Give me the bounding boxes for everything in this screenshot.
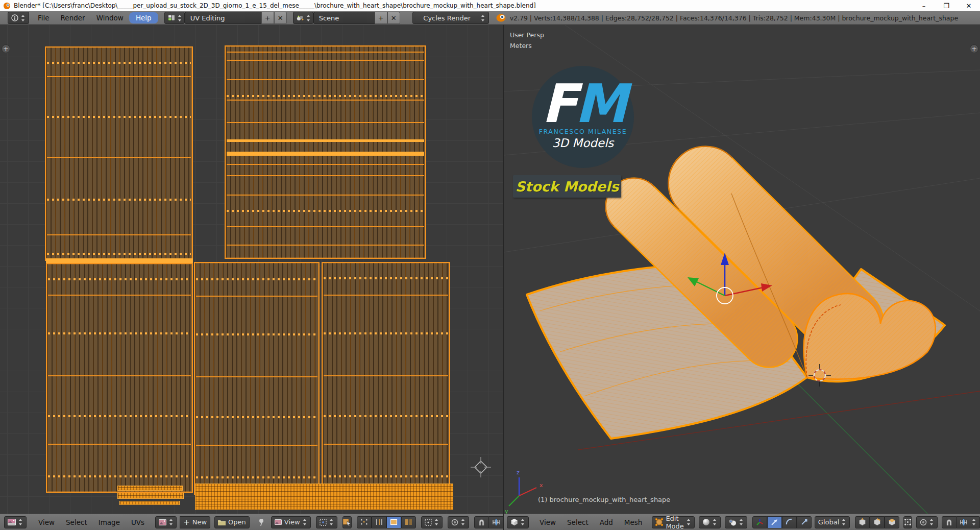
limit-selection-visible-toggle[interactable] xyxy=(903,516,912,528)
screen-layout-icon-button[interactable] xyxy=(164,12,185,24)
uv-select-mode-vertex[interactable] xyxy=(357,516,372,528)
manipulator-axis-button[interactable] xyxy=(752,516,767,528)
uv-island[interactable] xyxy=(45,46,193,261)
layout-name-field[interactable]: UV Editing xyxy=(185,12,261,24)
chevron-updown-icon xyxy=(713,519,717,525)
svg-text:z: z xyxy=(517,469,520,476)
editor-type-select[interactable] xyxy=(4,516,27,528)
new-image-button[interactable]: + New xyxy=(180,516,210,528)
uv-menu-select[interactable]: Select xyxy=(60,516,93,528)
uv-edge-line xyxy=(48,295,191,296)
scene-name-field[interactable]: Scene xyxy=(313,12,375,24)
uv-editor-canvas[interactable]: + xyxy=(0,25,503,514)
add-layout-button[interactable]: + xyxy=(261,12,274,24)
pivot-center-select[interactable] xyxy=(316,516,337,528)
minimize-button[interactable]: – xyxy=(913,0,935,11)
uv-menu-view[interactable]: View xyxy=(33,516,60,528)
chevron-updown-icon xyxy=(178,15,182,21)
proportional-edit-icon xyxy=(920,519,927,526)
uv-menu-image[interactable]: Image xyxy=(93,516,126,528)
uv-edge-line xyxy=(196,376,317,377)
open-image-button[interactable]: Open xyxy=(214,516,250,528)
uv-selected-dot-row xyxy=(196,476,317,478)
uv-island[interactable] xyxy=(194,262,320,495)
uv-editor-pane: + View Select Image UVs xyxy=(0,25,503,530)
snap-element-select[interactable] xyxy=(957,516,980,528)
uv-selected-dot-row xyxy=(47,116,191,118)
v3d-menu-select[interactable]: Select xyxy=(561,516,594,528)
uv-edge-line xyxy=(227,226,424,227)
viewport-3d-canvas[interactable]: z y x User Persp Meters FM FRANCESCO MIL… xyxy=(504,25,980,514)
active-object-info: (1) brochure_mockup_with_heart_shape xyxy=(538,496,670,503)
manipulator-translate-button[interactable] xyxy=(767,516,782,528)
remove-layout-button[interactable]: ✕ xyxy=(274,12,287,24)
sticky-selection-select[interactable] xyxy=(421,516,443,528)
restore-button[interactable]: ❐ xyxy=(935,0,958,11)
region-expand-button[interactable]: + xyxy=(970,44,978,53)
uv-island[interactable] xyxy=(225,45,426,259)
pin-icon[interactable] xyxy=(258,518,265,526)
uv-island-strip[interactable] xyxy=(195,484,453,510)
uv-edge-line xyxy=(47,234,191,235)
region-expand-button[interactable]: + xyxy=(2,44,10,53)
chevron-updown-icon xyxy=(842,519,846,525)
image-icon xyxy=(159,519,166,525)
sticky-select-icon xyxy=(425,519,432,526)
render-engine-select[interactable]: Cycles Render xyxy=(412,12,489,24)
menu-file[interactable]: File xyxy=(32,12,55,24)
pivot-point-select[interactable] xyxy=(725,516,747,528)
transform-orientation-select[interactable]: Global xyxy=(815,516,850,528)
title-bar: Blender* [C:\Users\franc\Desktop\_____pe… xyxy=(0,0,980,12)
editor-type-info-button[interactable] xyxy=(8,12,29,24)
add-scene-button[interactable]: + xyxy=(375,12,387,24)
logo-letter-f: F xyxy=(542,73,575,135)
uv-selected-dot-row xyxy=(196,416,317,418)
proportional-edit-select[interactable] xyxy=(916,516,938,528)
chevron-updown-icon xyxy=(169,519,174,525)
chevron-updown-icon xyxy=(521,519,525,525)
select-mode-vertex-cube[interactable] xyxy=(855,516,870,528)
uv-selected-dot-row xyxy=(47,62,191,64)
select-mode-edge-cube[interactable] xyxy=(870,516,885,528)
uv-select-mode-island[interactable] xyxy=(401,516,416,528)
mode-select[interactable]: Edit Mode xyxy=(652,516,694,528)
uv-island[interactable] xyxy=(322,262,450,493)
v3d-menu-view[interactable]: View xyxy=(534,516,561,528)
snap-toggle[interactable] xyxy=(942,516,957,528)
image-datablock-select[interactable] xyxy=(155,516,177,528)
svg-text:y: y xyxy=(505,508,508,514)
logo-name: FRANCESCO MILANESE xyxy=(539,128,627,135)
viewport-shading-select[interactable] xyxy=(699,516,721,528)
uv-select-mode-edge[interactable] xyxy=(372,516,386,528)
manipulator-scale-button[interactable] xyxy=(797,516,812,528)
v3d-menu-mesh[interactable]: Mesh xyxy=(619,516,648,528)
menu-window[interactable]: Window xyxy=(91,12,129,24)
uv-selected-dot-row xyxy=(196,333,317,335)
menu-render[interactable]: Render xyxy=(55,12,91,24)
uv-edge-line xyxy=(324,295,448,296)
chevron-updown-icon xyxy=(461,519,465,525)
menu-help[interactable]: Help xyxy=(129,12,158,23)
uv-menu-uvs[interactable]: UVs xyxy=(126,516,150,528)
close-button[interactable]: ✕ xyxy=(958,0,980,11)
uv-island[interactable] xyxy=(46,263,193,493)
screen-layout-icon xyxy=(168,15,175,21)
chevron-updown-icon xyxy=(18,519,23,525)
uv-island-small-strips[interactable] xyxy=(117,485,185,508)
uv-sync-selection-toggle[interactable] xyxy=(342,516,352,528)
v3d-menu-add[interactable]: Add xyxy=(594,516,619,528)
scene-icon-button[interactable] xyxy=(293,12,313,24)
svg-text:x: x xyxy=(540,482,543,489)
editor-type-select[interactable] xyxy=(507,516,529,528)
units-label: Meters xyxy=(510,42,532,50)
window-title: Blender* [C:\Users\franc\Desktop\_____pe… xyxy=(14,2,536,9)
manipulator-rotate-button[interactable] xyxy=(782,516,797,528)
uv-selected-dot-row xyxy=(47,253,191,255)
uv-display-dropdown[interactable]: View xyxy=(271,516,311,528)
uv-edge-line xyxy=(196,445,317,446)
proportional-edit-select[interactable] xyxy=(448,516,469,528)
remove-scene-button[interactable]: ✕ xyxy=(387,12,400,24)
uv-select-mode-face[interactable] xyxy=(386,516,401,528)
select-mode-face-cube[interactable] xyxy=(885,516,899,528)
snap-toggle[interactable] xyxy=(474,516,489,528)
